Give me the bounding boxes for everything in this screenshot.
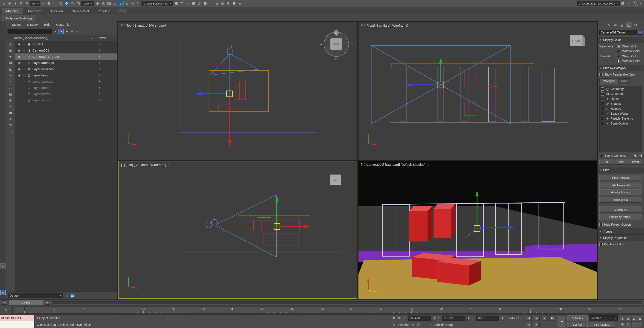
pick-columns-icon[interactable]: ⊞ bbox=[70, 29, 74, 34]
notification-icon[interactable]: ◔ bbox=[626, 1, 631, 6]
material-editor-icon[interactable]: ◍ bbox=[220, 1, 225, 6]
set-key-button[interactable]: Set Key bbox=[568, 322, 588, 327]
selection-lock-icon[interactable]: ⊠ bbox=[392, 316, 396, 320]
angle-snap-icon[interactable]: ∠ bbox=[124, 1, 129, 6]
viewport-top[interactable]: [+] [Top] [Standard] [Wireframe] ▽ bbox=[118, 22, 357, 160]
unhide-by-name-button[interactable]: Unhide by Name... bbox=[600, 214, 642, 220]
modify-tab-icon[interactable]: ∿ bbox=[606, 22, 612, 28]
motion-tab-icon[interactable]: ◎ bbox=[619, 22, 625, 28]
display-toggles-icon[interactable]: ≋ bbox=[64, 293, 69, 298]
select-all-toggle-icon[interactable]: ◎ bbox=[8, 42, 13, 46]
display-lights-icon[interactable]: ☀ bbox=[8, 55, 13, 59]
help-icon[interactable]: ? bbox=[638, 1, 643, 6]
schematic-view-icon[interactable]: ⧈ bbox=[214, 1, 219, 6]
frozen-toggle-icon[interactable]: ✳ bbox=[98, 61, 117, 64]
snap-2d-icon[interactable]: 2 bbox=[112, 1, 117, 6]
category-none-button[interactable]: None bbox=[614, 159, 628, 165]
auto-key-button[interactable]: Auto Key bbox=[568, 315, 588, 321]
time-slider-handle[interactable]: 0 / 100 bbox=[8, 300, 43, 305]
hierarchy-tab-icon[interactable]: ⧉ bbox=[612, 22, 618, 28]
layer-explorer-toggle-icon[interactable]: ≣ bbox=[197, 1, 202, 6]
display-bones-icon[interactable]: ⌐ bbox=[8, 105, 13, 108]
use-pivot-center-icon[interactable]: ◉ bbox=[95, 1, 100, 6]
frozen-toggle-icon[interactable]: ✳ bbox=[98, 49, 117, 52]
ribbon-tab-populate[interactable]: Populate bbox=[94, 8, 114, 14]
visibility-eye-icon[interactable]: ◉ bbox=[17, 55, 21, 58]
folder-icon[interactable]: ▱ bbox=[8, 129, 13, 133]
absolute-offset-icon[interactable]: ⊞ bbox=[397, 316, 402, 320]
info-icon[interactable]: ⓘ bbox=[416, 322, 420, 327]
previous-frame-button[interactable]: ◀ bbox=[2, 300, 7, 305]
tab-filter[interactable]: Filter bbox=[618, 78, 631, 84]
redo-icon[interactable]: ↷ bbox=[24, 1, 30, 6]
create-key-button[interactable]: ＋ bbox=[558, 316, 565, 327]
viewport-camera-label[interactable]: [+] [Camera001] [Standard] [Default Shad… bbox=[361, 163, 430, 166]
scene-row-layer-caixilhos[interactable]: ◉●▤Layer:caixilhos✳ bbox=[15, 66, 117, 72]
frozen-toggle-icon[interactable]: ✳ bbox=[98, 99, 117, 102]
render-dot-icon[interactable]: ● bbox=[22, 93, 26, 95]
listener-macro-line[interactable]: Array modifi bbox=[0, 315, 34, 321]
rollout-header[interactable]: ▶ Freeze bbox=[598, 229, 644, 235]
rollout-header[interactable]: ▼ Hide bbox=[598, 167, 644, 173]
shaded-object-color-radio[interactable]: Object Color bbox=[617, 55, 640, 58]
explorer-menu-display[interactable]: Display bbox=[27, 23, 38, 26]
scene-contents-radio[interactable]: Scene Contents bbox=[600, 154, 626, 157]
frozen-toggle-icon[interactable]: ✳ bbox=[98, 43, 117, 46]
display-as-box-checkbox[interactable]: Display as Box bbox=[600, 243, 642, 246]
category-all-button[interactable]: All bbox=[600, 159, 613, 165]
camera-viewport-canvas[interactable] bbox=[358, 161, 597, 299]
render-setup-icon[interactable]: ⚙ bbox=[226, 1, 231, 6]
snap-3d-icon[interactable]: 3 bbox=[118, 1, 124, 6]
frozen-toggle-icon[interactable]: ✳ bbox=[98, 92, 117, 96]
y-spinner[interactable]: ▲▼ bbox=[467, 315, 470, 321]
workspace-icon[interactable]: ▥ bbox=[620, 1, 625, 6]
tab-category[interactable]: Category bbox=[600, 78, 618, 84]
viewport-layout-grid-icon[interactable]: ▦ bbox=[0, 290, 6, 295]
visibility-eye-icon[interactable]: ◉ bbox=[17, 61, 21, 64]
mirror-icon[interactable]: ◫ bbox=[180, 1, 184, 6]
rectangular-selection-icon[interactable]: ▭ bbox=[52, 1, 57, 6]
edit-named-selections-icon[interactable]: ▣ bbox=[174, 1, 179, 6]
scene-row-camera001-target[interactable]: ◉●⊙Camera001.Target✳ bbox=[15, 53, 117, 60]
visibility-eye-icon[interactable]: ◉ bbox=[17, 49, 21, 52]
go-to-end-icon[interactable]: ▶| bbox=[550, 315, 556, 321]
scene-row-layer-armarios[interactable]: ◉●▤Layer:armarios✳ bbox=[15, 60, 117, 66]
scene-row-layer-paredes[interactable]: ●▤Layer:paredes✳ bbox=[15, 78, 117, 85]
category-item-particle-systems[interactable]: ✳Particle Systems bbox=[601, 117, 641, 120]
maxscript-mini-listener[interactable]: Array modifi bbox=[0, 315, 34, 328]
viewport-left[interactable]: [+] [Left] [Standard] [Wireframe] ▽ bbox=[118, 161, 357, 299]
play-icon[interactable]: ▶ bbox=[542, 315, 548, 321]
select-and-move-icon[interactable]: ✥ bbox=[64, 1, 69, 6]
category-invert-button[interactable]: Invert bbox=[629, 159, 642, 165]
select-and-scale-icon[interactable]: ◱ bbox=[76, 1, 81, 6]
hide-by-name-button[interactable]: Hide by Name... bbox=[600, 189, 642, 195]
left-viewport-canvas[interactable]: LEFT bbox=[118, 161, 357, 299]
expand-panel-button[interactable]: ▸ bbox=[0, 263, 6, 269]
top-viewport-canvas[interactable]: N W E S TOP bbox=[118, 22, 357, 160]
align-icon[interactable]: ≡ bbox=[185, 1, 190, 6]
shaded-material-color-radio[interactable]: Material Color bbox=[617, 59, 640, 63]
time-slider-track[interactable] bbox=[52, 301, 642, 303]
project-folder-dropdown[interactable]: C:\Users\202...3ds Max 2023▾ bbox=[577, 1, 620, 6]
selection-filter-dropdown[interactable]: All▾ bbox=[30, 1, 40, 6]
object-color-swatch[interactable] bbox=[638, 30, 642, 35]
filter-combinations-icon[interactable]: ▽ bbox=[8, 123, 13, 127]
frozen-column-header[interactable]: Frozen bbox=[95, 36, 117, 40]
rollout-header[interactable]: ▼ Display Color bbox=[598, 37, 644, 43]
window-crossing-icon[interactable]: ⧉ bbox=[58, 1, 63, 6]
render-dot-icon[interactable]: ● bbox=[22, 68, 26, 70]
login-badge[interactable]: 5 bbox=[632, 1, 637, 6]
viewport-front[interactable]: [+] [Front] [Standard] [Wireframe] ▽ bbox=[358, 22, 597, 160]
previous-frame-icon[interactable]: ◀ bbox=[534, 315, 540, 321]
hide-by-hit-button[interactable]: Hide by Hit bbox=[600, 197, 642, 203]
explorer-menu-customize[interactable]: Customize bbox=[56, 23, 72, 26]
z-spinner[interactable]: ▲▼ bbox=[501, 315, 504, 321]
select-and-manipulate-icon[interactable]: ✜ bbox=[100, 1, 106, 6]
category-item-geometry[interactable]: ◯Geometry bbox=[601, 87, 641, 91]
render-dot-icon[interactable]: ● bbox=[22, 80, 26, 83]
listener-script-line[interactable] bbox=[0, 321, 34, 328]
display-xrefs-icon[interactable]: ▤ bbox=[8, 92, 13, 96]
render-dot-icon[interactable]: ● bbox=[22, 49, 26, 52]
explorer-menu-edit[interactable]: Edit bbox=[44, 23, 50, 26]
category-item-space-warps[interactable]: ≋Space Warps bbox=[601, 112, 641, 115]
